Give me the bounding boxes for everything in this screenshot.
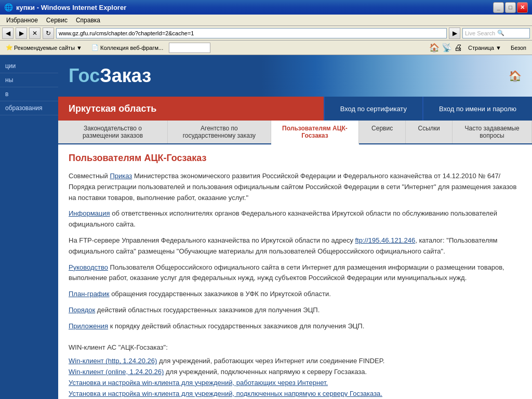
sidebar-section-1[interactable]: ны xyxy=(0,73,58,87)
site-logo: ГосЗаказ xyxy=(69,65,151,86)
paragraph-plan: План-график обращения государственных за… xyxy=(69,289,522,300)
win-link-3[interactable]: Установка и настройка win-клиента для уч… xyxy=(69,379,328,387)
search-field[interactable] xyxy=(169,43,210,53)
page-button[interactable]: Страница ▼ xyxy=(464,43,505,52)
ie-icon: 🌐 xyxy=(4,3,13,11)
decree-link[interactable]: Приказ xyxy=(110,172,132,180)
close-button[interactable]: ✕ xyxy=(517,2,528,13)
region-buttons: Вход по сертификату Вход по имени и паро… xyxy=(324,97,532,121)
address-input[interactable] xyxy=(56,28,447,38)
toolbar-right: 🏠 📡 🖨 Страница ▼ Безоп xyxy=(429,43,530,52)
paragraph-appendix: Приложения к порядку действий областных … xyxy=(69,321,522,332)
menu-service[interactable]: Сервис xyxy=(42,16,72,25)
win-link-2[interactable]: Win-клиент (online, 1.24.20.26) xyxy=(69,368,164,376)
go-button[interactable]: ▶ xyxy=(449,28,460,39)
menu-favorites[interactable]: Избранное xyxy=(2,16,42,25)
paragraph-ftp: На FTP-сервере Управления Федерального к… xyxy=(69,235,522,257)
content-title: Пользователям АЦК-Госзаказ xyxy=(69,153,522,164)
menu-help[interactable]: Справка xyxy=(72,16,104,25)
window-title: купки - Windows Internet Explorer xyxy=(16,4,493,11)
sidebar-section-0[interactable]: ции xyxy=(0,59,58,73)
safety-button[interactable]: Безоп xyxy=(507,43,530,52)
win-title: WIN-клиент АС "АЦК-Госзаказ": xyxy=(69,342,522,353)
rss-icon[interactable]: 📡 xyxy=(442,43,452,52)
ftp-link[interactable]: ftp://195.46.121.246 xyxy=(355,236,416,244)
web-collection-button[interactable]: 📄 Коллекция веб-фрагм... xyxy=(88,43,167,52)
paragraph-order: Порядок действий областных государственн… xyxy=(69,305,522,316)
win-link-1[interactable]: Win-клиент (http, 1.24.20.26) xyxy=(69,357,157,365)
toolbar: ⭐ Рекомендуемые сайты ▼ 📄 Коллекция веб-… xyxy=(0,41,532,55)
content-area: Пользователям АЦК-Госзаказ Совместный Пр… xyxy=(58,144,532,397)
manual-link[interactable]: Руководство xyxy=(69,263,108,271)
appendix-link[interactable]: Приложения xyxy=(69,322,108,330)
live-search-label: Live Search xyxy=(465,30,495,36)
window-controls[interactable]: _ □ ✕ xyxy=(493,2,528,13)
forward-button[interactable]: ▶ xyxy=(16,28,27,39)
main-content: ГосЗаказ 🏠 Иркутская область Вход по сер… xyxy=(58,55,532,399)
plan-link[interactable]: План-график xyxy=(69,290,110,298)
nav-tabs: Законодательство о размещении заказов Аг… xyxy=(58,121,532,144)
print-icon[interactable]: 🖨 xyxy=(454,43,462,52)
header-banner: 🏠 xyxy=(262,55,532,97)
tab-agency[interactable]: Агентство по государственному заказу xyxy=(168,121,271,143)
tab-users[interactable]: Пользователям АЦК-Госзаказ xyxy=(271,121,359,144)
collection-icon: 📄 xyxy=(91,44,99,51)
title-bar: 🌐 купки - Windows Internet Explorer _ □ … xyxy=(0,0,532,15)
region-bar: Иркутская область Вход по сертификату Вх… xyxy=(58,97,532,121)
browser-content: ции ны в образования ГосЗаказ 🏠 Иркутска… xyxy=(0,55,532,399)
left-sidebar: ции ны в образования xyxy=(0,55,58,399)
paragraph-manual: Руководство Пользователя Общероссийского… xyxy=(69,262,522,284)
home-icon[interactable]: 🏠 xyxy=(429,43,440,52)
info-link[interactable]: Информация xyxy=(69,209,110,217)
home-nav-icon[interactable]: 🏠 xyxy=(509,70,522,82)
address-bar: ◀ ▶ ✕ ↻ ▶ Live Search 🔍 xyxy=(0,26,532,41)
win-client-section: WIN-клиент АС "АЦК-Госзаказ": Win-клиент… xyxy=(69,342,522,397)
sidebar-section-2[interactable]: в xyxy=(0,87,58,101)
refresh-button[interactable]: ↻ xyxy=(43,28,54,39)
certificate-login-button[interactable]: Вход по сертификату xyxy=(324,97,422,121)
minimize-button[interactable]: _ xyxy=(493,2,504,13)
tab-service[interactable]: Сервис xyxy=(359,121,406,143)
recommended-sites-button[interactable]: ⭐ Рекомендуемые сайты ▼ xyxy=(2,43,86,52)
live-search-box[interactable]: Live Search 🔍 xyxy=(462,28,530,38)
region-name: Иркутская область xyxy=(58,97,224,121)
logo-gos: Гос xyxy=(69,65,100,86)
tab-faq[interactable]: Часто задаваемые вопросы xyxy=(453,121,532,143)
order-link[interactable]: Порядок xyxy=(69,306,95,314)
star-icon: ⭐ xyxy=(6,44,13,51)
tab-legislation[interactable]: Законодательство о размещении заказов xyxy=(58,121,168,143)
stop-button[interactable]: ✕ xyxy=(29,28,41,39)
paragraph-1: Совместный Приказ Министерства экономиче… xyxy=(69,171,522,203)
menu-bar: Избранное Сервис Справка xyxy=(0,15,532,26)
tab-links[interactable]: Ссылки xyxy=(406,121,453,143)
sidebar-section-3[interactable]: образования xyxy=(0,101,58,115)
logo-zakaz: Заказ xyxy=(100,65,151,86)
password-login-button[interactable]: Вход по имени и паролю xyxy=(422,97,532,121)
site-header: ГосЗаказ 🏠 xyxy=(58,55,532,97)
live-search-icon[interactable]: 🔍 xyxy=(497,30,504,36)
maximize-button[interactable]: □ xyxy=(505,2,516,13)
paragraph-info: Информация об ответственных исполнителях… xyxy=(69,208,522,230)
win-link-4[interactable]: Установка и настройка win-клиента для уч… xyxy=(69,390,382,397)
back-button[interactable]: ◀ xyxy=(2,28,14,39)
